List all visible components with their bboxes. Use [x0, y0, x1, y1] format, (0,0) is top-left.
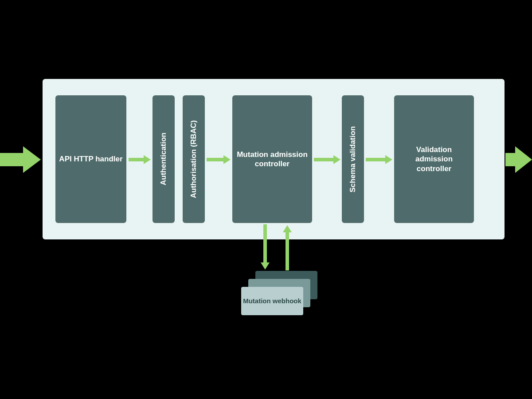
svg-marker-9	[505, 146, 532, 173]
svg-marker-0	[0, 146, 41, 173]
box-schema-validation: Schema validation	[342, 95, 364, 223]
arrow-mutation-to-webhook	[260, 224, 270, 270]
svg-marker-13	[283, 225, 292, 232]
arrow-schema-to-validation	[366, 154, 392, 165]
svg-marker-11	[261, 262, 270, 270]
arrow-entry	[0, 146, 43, 173]
arrow-api-to-authn	[129, 154, 151, 165]
svg-marker-6	[333, 155, 340, 164]
box-label: Authentication	[159, 133, 168, 186]
diagram-canvas: API HTTP handler Authentication Authoris…	[0, 0, 532, 399]
webhook-label: Mutation webhook	[243, 297, 301, 305]
box-label: API HTTP handler	[59, 154, 122, 164]
box-label: Schema validation	[348, 126, 357, 192]
box-authentication: Authentication	[153, 95, 175, 223]
box-authorisation: Authorisation (RBAC)	[183, 95, 205, 223]
box-label: Authorisation (RBAC)	[189, 120, 198, 198]
box-validation-admission-controller: Validation admission controller	[394, 95, 474, 223]
box-label: Validation admission controller	[398, 145, 470, 173]
svg-marker-8	[385, 155, 392, 164]
arrow-authz-to-mutation	[207, 154, 231, 165]
arrow-webhook-to-mutation	[282, 224, 293, 270]
box-api-http-handler: API HTTP handler	[55, 95, 126, 223]
box-mutation-admission-controller: Mutation admission controller	[232, 95, 312, 223]
svg-marker-4	[223, 155, 231, 164]
svg-marker-2	[144, 155, 151, 164]
webhook-card-front: Mutation webhook	[241, 287, 303, 315]
arrow-mutation-to-schema	[314, 154, 340, 165]
arrow-exit	[505, 146, 532, 173]
box-label: Mutation admission controller	[236, 150, 309, 169]
